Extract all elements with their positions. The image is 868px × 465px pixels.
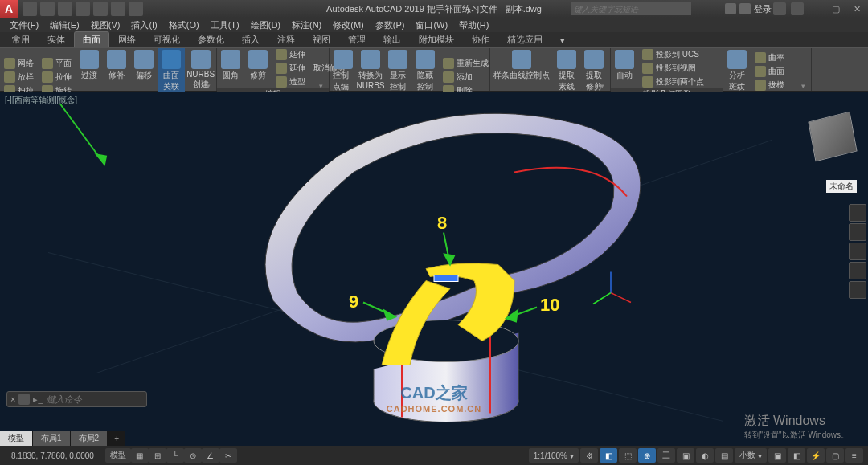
tab-solid[interactable]: 实体 <box>39 31 74 47</box>
menu-draw[interactable]: 绘图(D) <box>246 19 285 31</box>
qat-open-icon[interactable] <box>40 2 55 16</box>
panel-expand-icon[interactable]: ▾ <box>207 82 215 90</box>
app-logo-icon[interactable]: A <box>0 0 18 18</box>
btn-zebra[interactable]: 分析 斑纹 <box>723 48 751 94</box>
menu-insert[interactable]: 插入(I) <box>126 19 162 31</box>
btn-project-ucs[interactable]: 投影到 UCS <box>640 48 706 61</box>
status-ortho-icon[interactable]: └ <box>166 448 184 463</box>
btn-loft[interactable]: 放样 <box>2 71 36 84</box>
layout-tab-1[interactable]: 布局1 <box>33 431 70 446</box>
btn-planar[interactable]: 平面 <box>39 57 74 70</box>
status-filter-icon[interactable]: ◐ <box>696 448 714 463</box>
status-model-toggle[interactable]: 模型 <box>105 448 131 463</box>
svg-rect-6 <box>434 275 458 282</box>
status-dyn-ucs-icon[interactable]: ▣ <box>677 448 694 463</box>
maximize-button[interactable]: ▢ <box>826 2 845 15</box>
layout-tab-2[interactable]: 布局2 <box>71 431 108 446</box>
menu-view[interactable]: 视图(V) <box>86 19 125 31</box>
user-login[interactable]: 登录 ▾ <box>725 3 780 15</box>
menu-file[interactable]: 文件(F) <box>5 19 43 31</box>
status-gizmo-icon[interactable]: ▤ <box>715 448 733 463</box>
menu-format[interactable]: 格式(O) <box>164 19 204 31</box>
menu-modify[interactable]: 修改(M) <box>328 19 369 31</box>
layout-add-button[interactable]: + <box>108 433 125 445</box>
exchange-icon[interactable] <box>773 2 786 15</box>
btn-rebuild[interactable]: 重新生成 <box>440 57 491 70</box>
btn-extract-iso[interactable]: 提取 素线 <box>553 48 580 94</box>
btn-add-cv[interactable]: 添加 <box>440 71 491 84</box>
status-lwt-icon[interactable]: ◧ <box>600 448 617 463</box>
close-button[interactable]: ✕ <box>847 2 866 15</box>
tab-surface[interactable]: 曲面 <box>74 31 109 47</box>
tab-manage[interactable]: 管理 <box>339 31 375 47</box>
layout-tab-model[interactable]: 模型 <box>0 431 32 446</box>
status-iso-icon[interactable]: ◧ <box>788 448 805 463</box>
menu-parametric[interactable]: 参数(P) <box>371 19 410 31</box>
menu-tools[interactable]: 工具(T) <box>206 19 244 31</box>
tab-visualize[interactable]: 可视化 <box>145 31 189 47</box>
tab-parametric[interactable]: 参数化 <box>189 31 233 47</box>
minimize-button[interactable]: — <box>805 2 825 15</box>
panel-edit: 圆角 修剪 延伸 延伸 造型 取消修剪 编辑 ▾ <box>217 48 330 91</box>
btn-curvature[interactable]: 曲率 <box>752 51 787 64</box>
command-close-icon[interactable]: × <box>10 394 15 404</box>
tab-featured[interactable]: 精选应用 <box>498 31 551 47</box>
panel-expand-icon[interactable]: ▾ <box>801 82 809 90</box>
btn-network[interactable]: 网络 <box>2 57 36 70</box>
panel-expand-icon[interactable]: ▾ <box>319 82 327 90</box>
btn-project-view[interactable]: 投影到视图 <box>640 62 706 75</box>
status-clean-icon[interactable]: ▢ <box>826 448 844 463</box>
status-transparency-icon[interactable]: ⬚ <box>619 448 637 463</box>
btn-spline-cv[interactable]: 样条曲线控制点 <box>490 48 553 94</box>
tab-mesh[interactable]: 网络 <box>109 31 145 47</box>
btn-trim[interactable]: 修剪 <box>244 48 272 88</box>
qat-undo-icon[interactable] <box>111 2 125 16</box>
qat-new-icon[interactable] <box>23 2 37 16</box>
menu-window[interactable]: 窗口(W) <box>411 19 452 31</box>
panel-expand-icon[interactable]: ▾ <box>600 82 608 90</box>
status-otrack-icon[interactable]: ✂ <box>219 448 237 463</box>
tab-view[interactable]: 视图 <box>304 31 339 47</box>
btn-project-2pt[interactable]: 投影到两个点 <box>640 75 706 88</box>
status-osnap-icon[interactable]: ∠ <box>202 448 219 463</box>
status-3dosnap-icon[interactable]: 三 <box>657 448 675 463</box>
btn-auto-trim[interactable]: 自动 <box>611 48 638 88</box>
qat-plot-icon[interactable] <box>93 2 108 16</box>
status-quickprops-icon[interactable]: ▣ <box>768 448 786 463</box>
status-cycling-icon[interactable]: ⊕ <box>638 448 656 463</box>
status-hardware-icon[interactable]: ⚡ <box>807 448 825 463</box>
tab-addins[interactable]: 附加模块 <box>410 31 463 47</box>
tab-output[interactable]: 输出 <box>375 31 410 47</box>
btn-extrude[interactable]: 拉伸 <box>39 71 74 84</box>
qat-saveas-icon[interactable] <box>76 2 90 16</box>
command-line[interactable]: × ▸_ <box>6 391 147 407</box>
status-gear-icon[interactable]: ⚙ <box>580 448 598 463</box>
help-search-input[interactable] <box>571 2 691 15</box>
help-icon[interactable] <box>791 2 804 15</box>
qat-save-icon[interactable] <box>58 2 72 16</box>
tab-collaborate[interactable]: 协作 <box>463 31 498 47</box>
status-snap-icon[interactable]: ⊞ <box>149 448 166 463</box>
command-input[interactable] <box>47 394 143 404</box>
tab-overflow-icon[interactable]: ▾ <box>551 33 574 47</box>
menu-edit[interactable]: 编辑(E) <box>45 19 84 31</box>
tab-insert[interactable]: 插入 <box>233 31 268 47</box>
btn-draft[interactable]: 拔模 <box>752 79 787 92</box>
status-grid-icon[interactable]: ▦ <box>131 448 149 463</box>
status-customize-icon[interactable]: ≡ <box>845 448 863 463</box>
menu-dimension[interactable]: 标注(N) <box>287 19 326 31</box>
btn-fillet[interactable]: 圆角 <box>217 48 244 88</box>
tab-home[interactable]: 常用 <box>3 31 39 47</box>
btn-extend[interactable]: 延伸 <box>273 48 308 61</box>
btn-extend2[interactable]: 延伸 <box>273 62 308 75</box>
status-polar-icon[interactable]: ⊙ <box>184 448 202 463</box>
command-customize-icon[interactable] <box>18 394 30 405</box>
btn-analysis-surf[interactable]: 曲面 <box>752 65 787 78</box>
status-units[interactable]: 小数▾ <box>735 448 767 463</box>
tab-annotate[interactable]: 注释 <box>268 31 304 47</box>
qat-redo-icon[interactable] <box>129 2 143 16</box>
menu-help[interactable]: 帮助(H) <box>454 19 493 31</box>
drawing-viewport[interactable]: [-][西南等轴测][概念] 未命名 <box>0 92 868 446</box>
status-scale[interactable]: 1:1/100%▾ <box>529 448 579 463</box>
btn-sculpt[interactable]: 造型 <box>273 75 308 88</box>
